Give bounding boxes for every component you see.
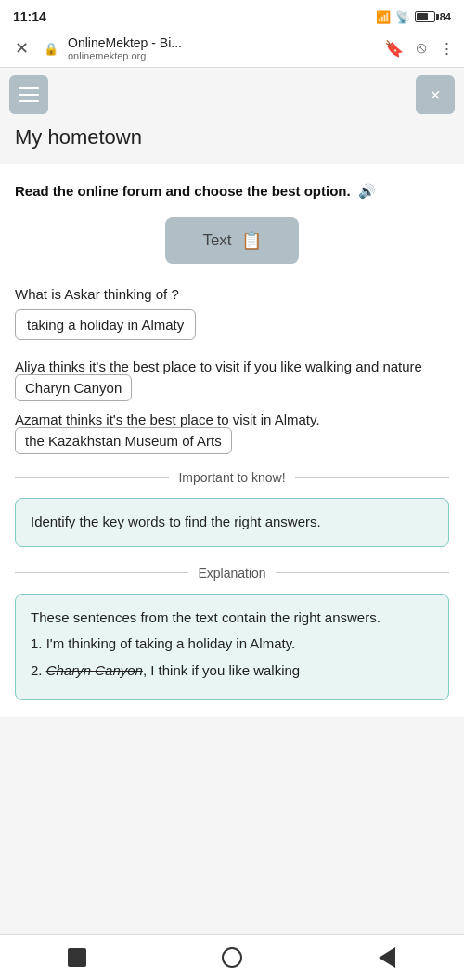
divider-line-left (15, 477, 169, 478)
browser-title: OnlineMektep - Bi... (68, 35, 375, 50)
top-toolbar: × (0, 68, 464, 122)
important-divider: Important to know! (15, 470, 449, 485)
signal-icon: 📶 (376, 10, 391, 24)
bottom-navigation (0, 934, 464, 980)
hamburger-line-1 (19, 87, 39, 89)
explanation-intro: These sentences from the text contain th… (31, 608, 433, 629)
important-label: Important to know! (178, 470, 285, 485)
info-box-text: Identify the key words to find the right… (31, 514, 321, 529)
text-button-wrap: Text 📋 (15, 217, 449, 264)
browser-url: onlinemektep.org (68, 50, 375, 61)
status-icons: 📶 📡 84 (376, 10, 451, 24)
home-icon (222, 947, 242, 968)
explanation-strikethrough: Charyn Canyon (46, 662, 143, 678)
browser-bar: ✕ 🔒 OnlineMektep - Bi... onlinemektep.or… (0, 30, 464, 68)
more-icon[interactable]: ⋮ (439, 39, 455, 59)
info-box: Identify the key words to find the right… (15, 498, 449, 547)
question-2-text: Aliya thinks it's the best place to visi… (15, 357, 449, 399)
explanation-item-1: 1. I'm thinking of taking a holiday in A… (31, 634, 433, 655)
lock-icon: 🔒 (44, 42, 58, 56)
hamburger-button[interactable] (9, 75, 48, 114)
text-button-label: Text (202, 231, 231, 250)
close-x-button[interactable]: × (416, 75, 455, 114)
status-time: 11:14 (13, 9, 46, 24)
question-1-text: What is Askar thinking of ? (15, 284, 449, 304)
back-icon (379, 947, 395, 968)
text-button-icon: 📋 (241, 230, 262, 251)
nav-home-button[interactable] (219, 945, 245, 971)
explanation-divider: Explanation (15, 566, 449, 581)
question-3-text: Azamat thinks it's the best place to vis… (15, 410, 449, 451)
instruction-text: Read the online forum and choose the bes… (15, 181, 449, 201)
answer-1-box: taking a holiday in Almaty (15, 309, 196, 340)
question-2: Aliya thinks it's the best place to visi… (15, 357, 449, 399)
explanation-box: These sentences from the text contain th… (15, 594, 449, 701)
important-label-text: Important to know! (178, 470, 285, 485)
explanation-divider-line-right (276, 572, 449, 573)
answer-3-inline: the Kazakhstan Museum of Arts (15, 427, 232, 454)
battery-label: 84 (440, 11, 451, 22)
nav-stop-button[interactable] (64, 945, 90, 971)
explanation-item-2: 2. Charyn Canyon, I think if you like wa… (31, 660, 433, 682)
question-3-label: Azamat thinks it's the best place to vis… (15, 412, 320, 427)
sound-icon[interactable]: 🔊 (358, 183, 376, 199)
question-1: What is Askar thinking of ? taking a hol… (15, 284, 449, 353)
hamburger-line-2 (19, 94, 39, 96)
explanation-divider-line-left (15, 572, 188, 573)
wifi-icon: 📡 (395, 10, 410, 24)
browser-url-block: OnlineMektep - Bi... onlinemektep.org (68, 35, 375, 61)
answer-2-inline: Charyn Canyon (15, 374, 132, 401)
battery-icon (415, 11, 435, 22)
browser-actions: 🔖 ⎋ ⋮ (384, 39, 455, 59)
explanation-item-2-rest: , I think if you like walking (143, 662, 300, 678)
main-content: × My hometown Read the online forum and … (0, 68, 464, 773)
question-2-label: Aliya thinks it's the best place to visi… (15, 359, 422, 374)
instruction-label: Read the online forum and choose the bes… (15, 183, 351, 199)
stop-icon (68, 948, 86, 967)
divider-line-right (295, 477, 449, 478)
explanation-label: Explanation (198, 566, 265, 581)
content-panel: Read the online forum and choose the bes… (0, 164, 464, 717)
share-icon[interactable]: ⎋ (417, 39, 426, 59)
bookmark-icon[interactable]: 🔖 (384, 39, 404, 59)
hamburger-line-3 (19, 100, 39, 102)
question-3: Azamat thinks it's the best place to vis… (15, 410, 449, 451)
page-heading: My hometown (0, 122, 464, 164)
browser-close-button[interactable]: ✕ (9, 36, 34, 60)
text-button[interactable]: Text 📋 (165, 217, 298, 264)
status-bar: 11:14 📶 📡 84 (0, 0, 464, 30)
nav-back-button[interactable] (374, 945, 400, 971)
